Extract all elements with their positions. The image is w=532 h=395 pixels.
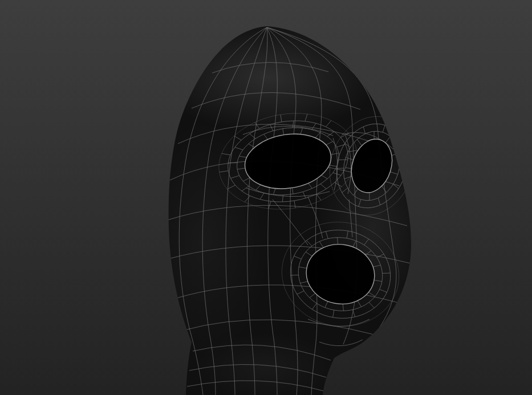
wire-spoke [383, 273, 391, 274]
wire-spoke [291, 275, 299, 276]
3d-viewport[interactable] [0, 0, 532, 395]
viewport-canvas[interactable] [0, 0, 532, 395]
